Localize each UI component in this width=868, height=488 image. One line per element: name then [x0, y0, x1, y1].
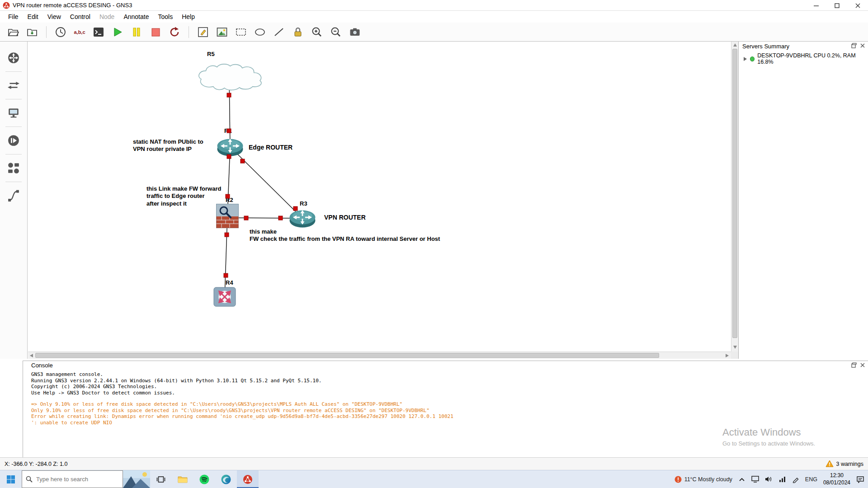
- search-input[interactable]: [36, 476, 108, 483]
- draw-rectangle-button[interactable]: [233, 24, 249, 40]
- clock-date: 08/01/2024: [823, 479, 850, 487]
- end-devices-icon: [7, 107, 20, 119]
- browse-end-devices-button[interactable]: [4, 103, 24, 123]
- news-widget-thumbnail[interactable]: [123, 470, 150, 488]
- browse-security-devices-button[interactable]: [4, 131, 24, 150]
- node-firewall-r2[interactable]: [216, 204, 239, 230]
- add-link-button[interactable]: [4, 186, 24, 206]
- file-explorer-button[interactable]: [172, 470, 193, 488]
- menu-help[interactable]: Help: [177, 12, 199, 22]
- browse-all-devices-button[interactable]: [4, 158, 24, 178]
- node-router-r3[interactable]: [288, 208, 316, 230]
- console-warning-line: Error while creating link: Dynamips erro…: [31, 413, 868, 420]
- menu-tools[interactable]: Tools: [153, 12, 177, 22]
- menu-annotate[interactable]: Annotate: [119, 12, 153, 22]
- node-label-r2[interactable]: R2: [226, 197, 233, 203]
- add-note-button[interactable]: [195, 24, 211, 40]
- menu-file[interactable]: File: [4, 12, 23, 22]
- console-warning-line: => Only 9.10% or less of free disk space…: [31, 401, 868, 408]
- screenshot-button[interactable]: [347, 24, 363, 40]
- edge-button[interactable]: [215, 470, 237, 488]
- node-label-r3[interactable]: R3: [300, 200, 307, 207]
- node-label-r4[interactable]: R4: [226, 279, 233, 286]
- menu-view[interactable]: View: [43, 12, 66, 22]
- menu-control[interactable]: Control: [66, 12, 95, 22]
- device-toolbar-separator: [5, 182, 22, 182]
- warnings-indicator[interactable]: 3 warnings: [826, 460, 863, 468]
- lock-items-button[interactable]: [290, 24, 306, 40]
- start-button[interactable]: [0, 470, 22, 488]
- suspend-all-button[interactable]: [129, 24, 144, 40]
- topology-links: [28, 42, 731, 352]
- scroll-down-icon: [733, 345, 737, 349]
- import-project-icon: [26, 26, 38, 38]
- router-icon: [216, 136, 244, 157]
- vertical-scroll-thumb[interactable]: [732, 49, 737, 338]
- node-switch-r4[interactable]: [213, 286, 236, 310]
- caption-edge-router[interactable]: Edge ROUTER: [249, 144, 292, 151]
- annotation-static-nat[interactable]: static NAT from PUblic to VPN router pri…: [133, 138, 203, 153]
- cast-display-icon[interactable]: [751, 476, 759, 483]
- topology-canvas[interactable]: R5 R1 Edge ROUTER R2 R3 VPN ROUTER: [28, 42, 731, 352]
- action-center-icon[interactable]: [856, 476, 864, 483]
- snapshot-button[interactable]: [53, 24, 68, 40]
- browse-routers-button[interactable]: [4, 48, 24, 68]
- minimize-button[interactable]: [806, 0, 826, 11]
- insert-image-button[interactable]: [214, 24, 230, 40]
- windows-ink-pen-icon[interactable]: [792, 476, 799, 483]
- zoom-out-button[interactable]: [328, 24, 344, 40]
- console-output[interactable]: GNS3 management console. Running GNS3 ve…: [23, 370, 868, 426]
- draw-ellipse-button[interactable]: [252, 24, 268, 40]
- volume-icon[interactable]: [765, 476, 773, 483]
- language-indicator[interactable]: ENG: [805, 476, 817, 483]
- gns3-taskbar-button[interactable]: [237, 470, 259, 488]
- firewall-icon: [216, 204, 239, 228]
- annotation-fw-check[interactable]: this make FW check the traffic from the …: [250, 228, 440, 243]
- node-label-r5[interactable]: R5: [207, 51, 215, 57]
- draw-line-button[interactable]: [271, 24, 287, 40]
- weather-widget[interactable]: 11°C Mostly cloudy: [675, 476, 732, 483]
- console-connect-button[interactable]: [91, 24, 106, 40]
- server-row[interactable]: DESKTOP-9VDBHRL CPU 0.2%, RAM 16.8%: [739, 51, 868, 65]
- console-icon: [93, 26, 104, 38]
- taskbar-search[interactable]: [22, 470, 123, 488]
- weather-alert-icon: [675, 476, 682, 483]
- device-toolbar: [0, 42, 28, 359]
- close-console-icon[interactable]: [860, 362, 865, 368]
- spotify-button[interactable]: [193, 470, 215, 488]
- task-view-button[interactable]: [150, 470, 172, 488]
- all-devices-icon: [7, 162, 20, 174]
- start-all-button[interactable]: [110, 24, 125, 40]
- close-panel-icon[interactable]: [860, 43, 865, 48]
- undock-panel-icon[interactable]: [851, 43, 857, 48]
- node-router-r1[interactable]: [216, 136, 244, 159]
- node-label-r1[interactable]: R1: [224, 127, 232, 134]
- tray-chevron-up-icon[interactable]: [738, 477, 745, 482]
- reload-all-button[interactable]: [167, 24, 182, 40]
- browse-switches-button[interactable]: [4, 75, 24, 95]
- ethernet-switch-icon: [213, 286, 236, 308]
- close-button[interactable]: [847, 0, 868, 11]
- open-project-button[interactable]: [5, 24, 21, 40]
- import-project-button[interactable]: [24, 24, 40, 40]
- menu-edit[interactable]: Edit: [23, 12, 43, 22]
- undock-console-icon[interactable]: [851, 362, 857, 368]
- start-icon: [112, 26, 123, 38]
- canvas-horizontal-scrollbar[interactable]: [28, 352, 731, 359]
- canvas-vertical-scrollbar[interactable]: [731, 42, 738, 352]
- expand-arrow-icon[interactable]: [743, 57, 747, 61]
- scroll-left-icon: [30, 354, 33, 357]
- network-icon[interactable]: [778, 476, 786, 483]
- window-title: VPN router remote aCCESS DESING - GNS3: [13, 2, 132, 9]
- annotation-fw-forward[interactable]: this Link make FW forward traffic to Edg…: [146, 185, 221, 207]
- maximize-button[interactable]: [826, 0, 847, 11]
- node-cloud-r5[interactable]: [194, 62, 265, 93]
- console-blank-line: [31, 396, 868, 401]
- interface-labels-button[interactable]: a,b,c: [72, 24, 87, 40]
- caption-vpn-router[interactable]: VPN ROUTER: [324, 214, 366, 221]
- zoom-in-button[interactable]: [309, 24, 325, 40]
- taskbar-clock[interactable]: 12:30 08/01/2024: [823, 472, 850, 486]
- stop-all-button[interactable]: [148, 24, 163, 40]
- snapshot-icon: [55, 26, 66, 38]
- horizontal-scroll-thumb[interactable]: [35, 353, 659, 358]
